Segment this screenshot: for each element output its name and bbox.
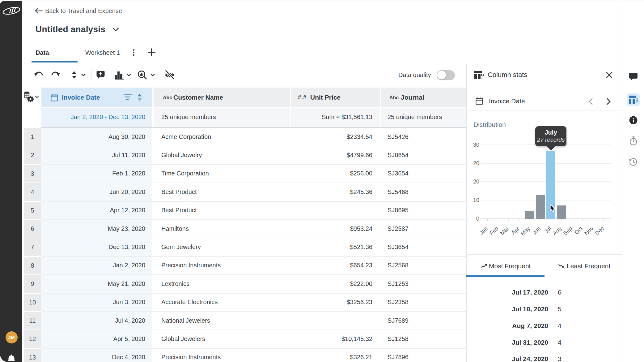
svg-text:Oct: Oct [573,225,584,236]
svg-text:30: 30 [473,142,479,148]
svg-text:Apr: Apr [510,225,520,236]
svg-text:Jul: Jul [543,225,552,235]
svg-text:Jun: Jun [531,225,542,236]
svg-text:Jan: Jan [478,225,489,236]
svg-text:0: 0 [476,216,479,222]
svg-text:Aug: Aug [551,225,563,236]
svg-text:Nov: Nov [583,225,595,236]
svg-text:20: 20 [473,179,479,185]
svg-text:Mar: Mar [499,225,510,236]
svg-text:Dec: Dec [594,225,605,236]
svg-text:10: 10 [473,197,479,203]
svg-text:20: 20 [473,160,479,166]
svg-text:Sep: Sep [562,225,573,236]
svg-text:Feb: Feb [488,225,499,236]
svg-text:May: May [519,225,532,237]
